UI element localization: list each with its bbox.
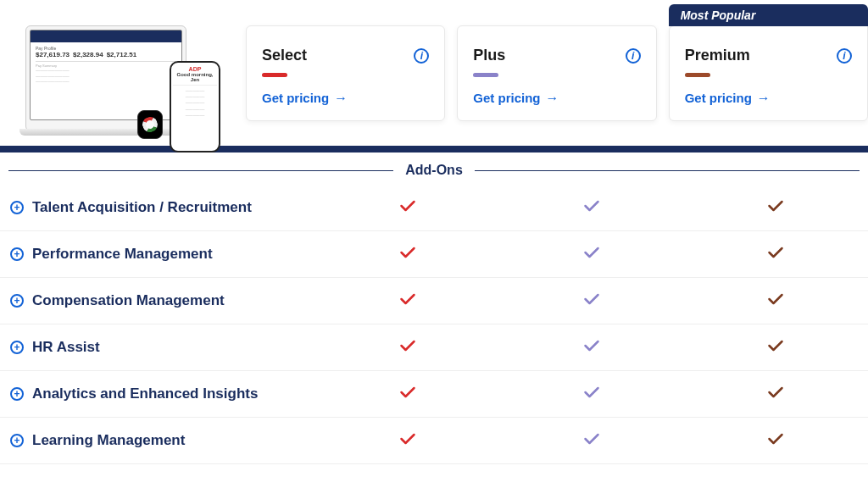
plan-title-select: Select bbox=[262, 47, 307, 64]
addon-label: Compensation Management bbox=[32, 292, 225, 309]
addon-label: Talent Acquisition / Recruitment bbox=[32, 199, 252, 216]
cell-plus bbox=[499, 199, 683, 216]
plus-circle-icon: + bbox=[10, 201, 24, 214]
check-icon bbox=[767, 199, 784, 216]
cell-select bbox=[315, 199, 499, 216]
check-icon bbox=[767, 339, 784, 356]
check-icon bbox=[399, 385, 416, 402]
arrow-right-icon: → bbox=[546, 92, 559, 105]
cell-plus bbox=[499, 339, 683, 356]
check-icon bbox=[767, 432, 784, 449]
get-pricing-plus[interactable]: Get pricing → bbox=[473, 91, 640, 105]
addon-label: Analytics and Enhanced Insights bbox=[32, 385, 258, 402]
cell-select bbox=[315, 385, 499, 402]
check-icon bbox=[583, 199, 600, 216]
cell-select bbox=[315, 246, 499, 263]
check-icon bbox=[399, 246, 416, 263]
plus-circle-icon: + bbox=[10, 247, 24, 261]
plus-circle-icon: + bbox=[10, 434, 24, 447]
addons-section-header: Add-Ons bbox=[8, 163, 860, 178]
addon-row: +Learning Management bbox=[0, 418, 868, 464]
addon-row: +Performance Management bbox=[0, 231, 868, 278]
check-icon bbox=[767, 246, 784, 263]
addon-row: +HR Assist bbox=[0, 324, 868, 371]
cell-select bbox=[315, 292, 499, 309]
cell-plus bbox=[499, 246, 683, 263]
cell-plus bbox=[499, 432, 683, 449]
mock-amount-1: $27,619.73 bbox=[36, 51, 70, 58]
addons-title: Add-Ons bbox=[405, 163, 463, 178]
addon-expand[interactable]: +Compensation Management bbox=[10, 292, 315, 309]
get-pricing-premium[interactable]: Get pricing → bbox=[685, 91, 852, 105]
plan-card-premium: Most Popular Premium i Get pricing → bbox=[669, 25, 868, 121]
cta-label: Get pricing bbox=[262, 91, 329, 105]
check-icon bbox=[399, 199, 416, 216]
most-popular-badge: Most Popular bbox=[669, 4, 868, 26]
plan-card-select: Select i Get pricing → bbox=[246, 25, 445, 121]
plan-accent-plus bbox=[473, 73, 498, 77]
hr-right bbox=[475, 170, 860, 171]
arrow-right-icon: → bbox=[334, 92, 348, 105]
addon-expand[interactable]: +Performance Management bbox=[10, 246, 315, 263]
addon-row: +Talent Acquisition / Recruitment bbox=[0, 185, 868, 231]
cell-premium bbox=[684, 246, 868, 263]
get-pricing-select[interactable]: Get pricing → bbox=[262, 91, 429, 105]
plan-accent-premium bbox=[685, 73, 710, 77]
cell-select bbox=[315, 432, 499, 449]
cta-label: Get pricing bbox=[685, 91, 752, 105]
info-icon[interactable]: i bbox=[626, 48, 641, 64]
hr-left bbox=[8, 170, 393, 171]
plus-circle-icon: + bbox=[10, 387, 24, 401]
addons-table: +Talent Acquisition / Recruitment+Perfor… bbox=[0, 185, 868, 464]
check-icon bbox=[583, 339, 600, 356]
addon-row: +Analytics and Enhanced Insights bbox=[0, 371, 868, 418]
check-icon bbox=[399, 432, 416, 449]
plan-cards: Select i Get pricing → Plus i Get pricin… bbox=[246, 25, 868, 121]
plus-circle-icon: + bbox=[10, 341, 24, 354]
check-icon bbox=[399, 339, 416, 356]
check-icon bbox=[583, 292, 600, 309]
plus-circle-icon: + bbox=[10, 294, 24, 308]
cell-premium bbox=[684, 385, 868, 402]
check-icon bbox=[583, 385, 600, 402]
section-divider-bar bbox=[0, 146, 868, 152]
check-icon bbox=[767, 292, 784, 309]
cell-plus bbox=[499, 292, 683, 309]
device-mockup: Pay Profile $27,619.73 $2,328.94 $2,712.… bbox=[17, 10, 237, 146]
plan-title-premium: Premium bbox=[685, 47, 750, 64]
addon-expand[interactable]: +Talent Acquisition / Recruitment bbox=[10, 199, 315, 216]
info-icon[interactable]: i bbox=[837, 48, 852, 64]
mock-amount-2: $2,328.94 bbox=[73, 51, 103, 58]
cell-premium bbox=[684, 199, 868, 216]
addon-expand[interactable]: +HR Assist bbox=[10, 339, 315, 356]
addon-expand[interactable]: +Analytics and Enhanced Insights bbox=[10, 385, 315, 402]
top-section: Pay Profile $27,619.73 $2,328.94 $2,712.… bbox=[0, 0, 868, 144]
addon-label: Learning Management bbox=[32, 432, 185, 449]
cell-premium bbox=[684, 292, 868, 309]
cell-premium bbox=[684, 339, 868, 356]
cell-select bbox=[315, 339, 499, 356]
plan-accent-select bbox=[262, 73, 287, 77]
addon-row: +Compensation Management bbox=[0, 278, 868, 324]
plan-title-plus: Plus bbox=[473, 47, 505, 64]
cell-premium bbox=[684, 432, 868, 449]
phone-mock: ADP Good morning, Jen ──────────────────… bbox=[170, 61, 220, 152]
watch-mock bbox=[137, 110, 163, 139]
cta-label: Get pricing bbox=[473, 91, 540, 105]
addon-label: HR Assist bbox=[32, 339, 100, 356]
check-icon bbox=[399, 292, 416, 309]
cell-plus bbox=[499, 385, 683, 402]
badge-label: Most Popular bbox=[681, 8, 756, 22]
addon-label: Performance Management bbox=[32, 246, 213, 263]
check-icon bbox=[583, 432, 600, 449]
check-icon bbox=[583, 246, 600, 263]
info-icon[interactable]: i bbox=[414, 48, 429, 64]
phone-greeting: Good morning, Jen bbox=[173, 72, 217, 82]
check-icon bbox=[767, 385, 784, 402]
mock-amount-3: $2,712.51 bbox=[107, 51, 137, 58]
plan-card-plus: Plus i Get pricing → bbox=[457, 25, 656, 121]
arrow-right-icon: → bbox=[757, 92, 771, 105]
addon-expand[interactable]: +Learning Management bbox=[10, 432, 315, 449]
